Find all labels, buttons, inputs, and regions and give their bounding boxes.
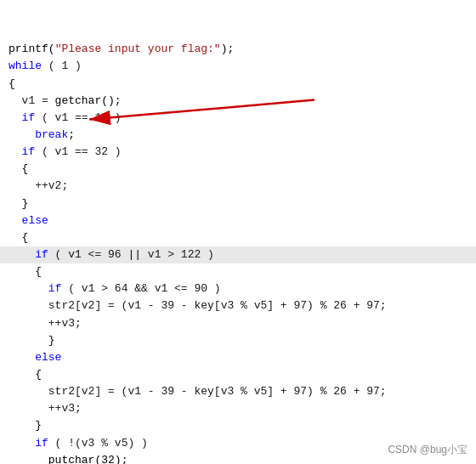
code-line: ++v2; [0,178,476,195]
code-line: if ( v1 == 32 ) [0,144,476,161]
code-line: else [0,349,476,366]
code-line: if ( v1 == 10 ) [0,110,476,127]
code-line: { [0,161,476,178]
code-line: str2[v2] = (v1 - 39 - key[v3 % v5] + 97)… [0,297,476,314]
code-line: str2[v2] = (v1 - 39 - key[v3 % v5] + 97)… [0,383,476,400]
code-block: printf("Please input your flag:");while … [0,0,476,464]
code-line: { [0,76,476,93]
watermark: CSDN @bug小宝 [388,443,468,457]
code-line: { [0,229,476,246]
code-line: printf("Please input your flag:"); [0,41,476,58]
code-line: } [0,195,476,212]
code-line: ++v3; [0,400,476,417]
code-line: else [0,212,476,229]
code-line: if ( v1 <= 96 || v1 > 122 ) [0,246,476,263]
code-line: if ( v1 > 64 && v1 <= 90 ) [0,280,476,297]
code-line: while ( 1 ) [0,58,476,75]
code-line: { [0,263,476,280]
code-line: break; [0,127,476,144]
code-line: } [0,332,476,349]
code-line: { [0,366,476,383]
code-line: v1 = getchar(); [0,93,476,110]
code-line: } [0,417,476,434]
code-line: ++v3; [0,315,476,332]
